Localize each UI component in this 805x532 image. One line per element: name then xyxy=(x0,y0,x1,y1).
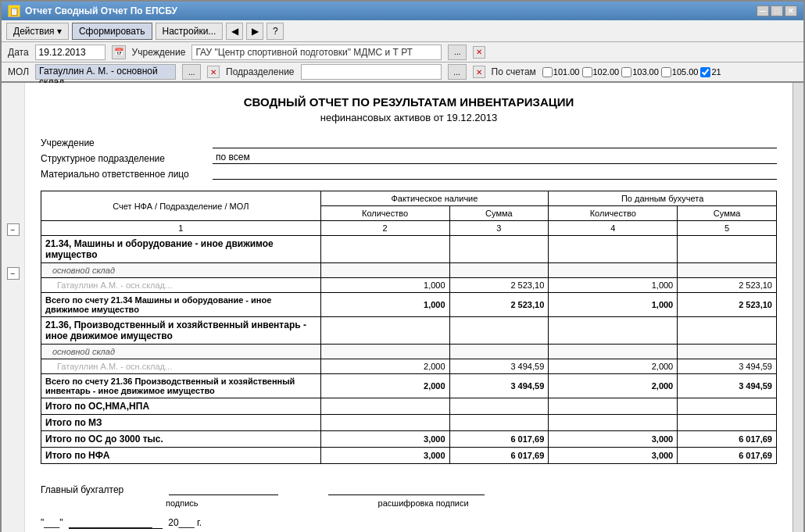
checkbox-102[interactable]: 102.00 xyxy=(582,67,620,77)
podrazd-clear-button[interactable]: ✕ xyxy=(473,66,485,78)
meta-mol-line xyxy=(213,167,777,180)
table-row: Всего по счету 21.36 Производственный и … xyxy=(41,374,777,398)
org-input[interactable] xyxy=(191,45,442,60)
tree-expand-1[interactable]: − xyxy=(7,223,20,236)
sig-date-row: "___" ________________ 20___ г. xyxy=(41,517,777,529)
table-row: Гатауллин А.М. - осн.склад... 1,000 2 52… xyxy=(41,278,777,293)
podrazd-input[interactable] xyxy=(301,64,442,80)
table-header-row-1: Счет НФА / Подразделение / МОЛ Фактическ… xyxy=(41,191,777,206)
checkbox-103-label: 103.00 xyxy=(632,67,659,77)
date-input[interactable] xyxy=(35,45,106,60)
podrazd-select-button[interactable]: ... xyxy=(448,64,467,80)
sig-chief-line xyxy=(169,483,278,495)
meta-uchrezhdenie-row: Учреждение xyxy=(41,136,777,148)
col-fact-sum-header: Сумма xyxy=(449,206,549,221)
meta-mol-label: Материально ответственное лицо xyxy=(41,169,213,180)
checkbox-102-input[interactable] xyxy=(582,67,592,77)
podrazd-label: Подразделение xyxy=(226,66,294,77)
calendar-icon[interactable]: 📅 xyxy=(112,45,126,59)
date-middle: ________________ xyxy=(69,517,163,529)
meta-podrazd-label: Структурное подразделение xyxy=(41,153,213,164)
checkbox-group: 101.00 102.00 103.00 105.00 21 xyxy=(542,67,721,77)
col-num-2: 2 xyxy=(320,221,449,236)
table-row: Итого по НФА 3,000 6 017,69 3,000 6 017,… xyxy=(41,448,777,464)
checkbox-21[interactable]: 21 xyxy=(700,67,721,77)
meta-podrazd-value: по всем xyxy=(213,152,250,162)
sig-chief-row: Главный бухгалтер xyxy=(41,483,777,495)
meta-uchrezhdenie-line xyxy=(213,136,777,148)
window-title: Отчет Сводный Отчет По ЕПСБУ xyxy=(25,5,177,16)
org-label: Учреждение xyxy=(132,47,186,58)
report-subtitle: нефинансовых активов от 19.12.2013 xyxy=(41,112,777,123)
sig-decode-hint: расшифровка подписи xyxy=(378,498,469,508)
checkbox-101-input[interactable] xyxy=(542,67,553,77)
form-button[interactable]: Сформировать xyxy=(72,23,152,40)
date-prefix: "___" xyxy=(41,517,63,528)
actions-menu-button[interactable]: Действия ▾ xyxy=(6,23,69,40)
table-row: основной склад xyxy=(41,263,777,278)
checkbox-103-input[interactable] xyxy=(621,67,631,77)
meta-mol-row: Материально ответственное лицо xyxy=(41,167,777,180)
report-table: Счет НФА / Подразделение / МОЛ Фактическ… xyxy=(41,191,777,464)
checkbox-101-label: 101.00 xyxy=(553,67,580,77)
table-row: Итого по ОС,НМА,НПА xyxy=(41,398,777,415)
table-row: Гатауллин А.М. - осн.склад... 2,000 3 49… xyxy=(41,359,777,374)
table-row: 21.36, Производственный и хозяйственный … xyxy=(41,317,777,345)
content-area: − − СВОДНЫЙ ОТЧЕТ ПО РЕЗУЛЬТАТАМ ИНВЕНТА… xyxy=(2,83,803,532)
date-suffix: 20___ г. xyxy=(168,517,202,528)
forward-button[interactable]: ▶ xyxy=(246,23,263,40)
col-buh-header: По данным бухучета xyxy=(549,191,777,206)
checkbox-103[interactable]: 103.00 xyxy=(621,67,659,77)
sig-podpis-hint: подпись xyxy=(166,498,199,508)
signature-area: Главный бухгалтер подпись расшифровка по… xyxy=(41,483,777,529)
scrollbar-right[interactable] xyxy=(792,83,803,532)
org-select-button[interactable]: ... xyxy=(448,45,467,60)
toolbar: Действия ▾ Сформировать Настройки... ◀ ▶… xyxy=(2,20,803,42)
table-colnum-row: 1 2 3 4 5 xyxy=(41,221,777,236)
maximize-button[interactable]: □ xyxy=(771,5,783,16)
report-container: СВОДНЫЙ ОТЧЕТ ПО РЕЗУЛЬТАТАМ ИНВЕНТАРИЗА… xyxy=(25,83,792,532)
mol-select-button[interactable]: ... xyxy=(182,64,201,80)
minimize-button[interactable]: — xyxy=(757,5,769,16)
window-controls: — □ ✕ xyxy=(757,5,797,16)
back-button[interactable]: ◀ xyxy=(226,23,243,40)
table-row: Всего по счету 21.34 Машины и оборудован… xyxy=(41,293,777,317)
report-title: СВОДНЫЙ ОТЧЕТ ПО РЕЗУЛЬТАТАМ ИНВЕНТАРИЗА… xyxy=(41,95,777,109)
table-row: Итого по МЗ xyxy=(41,415,777,431)
checkbox-21-input[interactable] xyxy=(700,67,710,77)
checkbox-105[interactable]: 105.00 xyxy=(661,67,699,77)
checkbox-105-label: 105.00 xyxy=(672,67,699,77)
schet-label: По счетам xyxy=(492,66,536,77)
col-num-5: 5 xyxy=(678,221,777,236)
main-window: 📋 Отчет Сводный Отчет По ЕПСБУ — □ ✕ Дей… xyxy=(0,0,805,532)
meta-uchrezhdenie-label: Учреждение xyxy=(41,137,213,148)
col-schet-header: Счет НФА / Подразделение / МОЛ xyxy=(41,191,321,221)
app-icon: 📋 xyxy=(8,5,20,17)
col-num-3: 3 xyxy=(449,221,549,236)
form-row-2: МОЛ Гатауллин А. М. - основной склад ...… xyxy=(2,62,803,83)
table-row: основной склад xyxy=(41,345,777,359)
close-button[interactable]: ✕ xyxy=(785,5,797,16)
checkbox-102-label: 102.00 xyxy=(593,67,620,77)
meta-podrazd-line: по всем xyxy=(213,152,777,164)
col-fact-header: Фактическое наличие xyxy=(320,191,549,206)
help-button[interactable]: ? xyxy=(267,23,284,40)
mol-input[interactable]: Гатауллин А. М. - основной склад xyxy=(35,64,176,80)
report-meta: Учреждение Структурное подразделение по … xyxy=(41,136,777,180)
col-num-4: 4 xyxy=(549,221,678,236)
settings-button[interactable]: Настройки... xyxy=(156,23,224,40)
tree-expand-2[interactable]: − xyxy=(7,267,20,280)
form-row-1: Дата 📅 Учреждение ... ✕ xyxy=(2,42,803,62)
table-row: 21.34, Машины и оборудование - иное движ… xyxy=(41,236,777,263)
org-clear-button[interactable]: ✕ xyxy=(473,46,485,59)
checkbox-105-input[interactable] xyxy=(661,67,671,77)
mol-clear-button[interactable]: ✕ xyxy=(207,66,220,78)
mol-label: МОЛ xyxy=(8,66,29,77)
sig-decode-line xyxy=(328,483,485,495)
col-buh-kol-header: Количество xyxy=(549,206,678,221)
checkbox-101[interactable]: 101.00 xyxy=(542,67,580,77)
table-row: Итого по ОС до 3000 тыс. 3,000 6 017,69 … xyxy=(41,431,777,448)
col-buh-sum-header: Сумма xyxy=(678,206,777,221)
meta-podrazd-row: Структурное подразделение по всем xyxy=(41,152,777,164)
left-tree-panel: − − xyxy=(2,83,25,532)
